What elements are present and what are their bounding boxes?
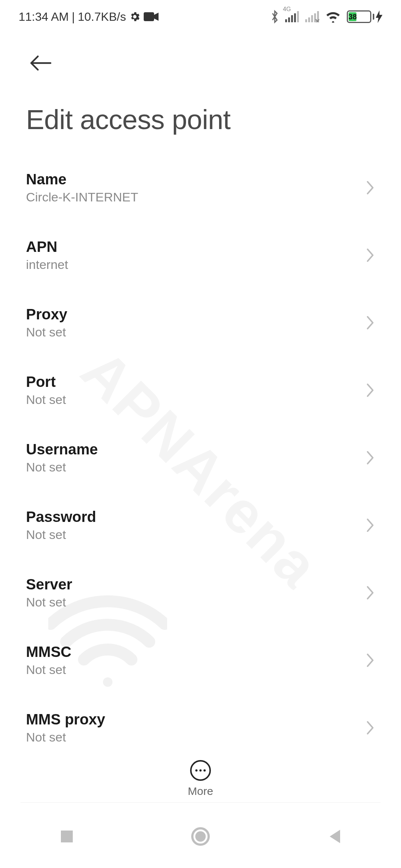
field-label: Username	[26, 441, 98, 458]
system-nav-bar	[0, 805, 401, 868]
nav-recent-button[interactable]	[54, 823, 80, 849]
chevron-right-icon	[365, 517, 375, 533]
field-row-apn[interactable]: APN internet	[26, 221, 375, 289]
nav-back-button[interactable]	[321, 823, 347, 849]
battery-indicator: 38	[347, 10, 382, 23]
more-label: More	[188, 785, 213, 798]
page-title: Edit access point	[26, 104, 375, 135]
triangle-left-icon	[327, 828, 342, 845]
svg-rect-5	[297, 11, 299, 22]
svg-rect-7	[308, 17, 310, 22]
field-label: Port	[26, 374, 66, 390]
back-button[interactable]	[26, 48, 56, 78]
field-row-username[interactable]: Username Not set	[26, 424, 375, 491]
signal-icon-sim2	[305, 11, 319, 22]
svg-rect-8	[311, 15, 313, 22]
signal-4g-label: 4G	[283, 6, 291, 13]
svg-point-14	[203, 769, 206, 772]
status-time: 11:34 AM	[19, 10, 69, 24]
nav-home-button[interactable]	[188, 823, 213, 849]
svg-rect-9	[314, 13, 316, 22]
gear-icon	[129, 11, 141, 23]
field-label: MMS proxy	[26, 711, 105, 728]
svg-rect-1	[285, 19, 287, 22]
field-row-port[interactable]: Port Not set	[26, 356, 375, 424]
more-icon	[190, 760, 211, 781]
field-label: Name	[26, 171, 138, 188]
chevron-right-icon	[365, 382, 375, 398]
field-label: Server	[26, 576, 72, 593]
bluetooth-icon	[270, 10, 279, 24]
svg-point-13	[199, 769, 202, 772]
svg-rect-2	[288, 17, 290, 22]
signal-icon-sim1: 4G	[285, 11, 299, 22]
field-label: Proxy	[26, 306, 67, 323]
field-value: internet	[26, 257, 68, 272]
square-icon	[59, 829, 74, 844]
chevron-right-icon	[365, 720, 375, 736]
field-label: Password	[26, 509, 96, 525]
chevron-right-icon	[365, 247, 375, 263]
circle-icon	[191, 827, 210, 846]
status-bar: 11:34 AM | 10.7KB/s 4G 38	[0, 0, 401, 33]
field-row-proxy[interactable]: Proxy Not set	[26, 289, 375, 356]
field-value: Not set	[26, 730, 105, 744]
status-separator: |	[72, 10, 75, 24]
watermark-wifi-icon	[48, 594, 167, 690]
status-net-speed: 10.7KB/s	[78, 10, 126, 24]
svg-rect-15	[61, 831, 73, 842]
field-row-name[interactable]: Name Circle-K-INTERNET	[26, 154, 375, 221]
chevron-right-icon	[365, 652, 375, 668]
arrow-left-icon	[29, 54, 53, 72]
chevron-right-icon	[365, 585, 375, 601]
svg-rect-0	[144, 12, 154, 21]
chevron-right-icon	[365, 450, 375, 466]
svg-point-12	[195, 769, 198, 772]
svg-rect-4	[294, 13, 296, 22]
field-value: Not set	[26, 460, 98, 474]
chevron-right-icon	[365, 180, 375, 196]
charging-icon	[376, 10, 382, 23]
chevron-right-icon	[365, 315, 375, 331]
wifi-icon	[325, 11, 341, 23]
field-row-password[interactable]: Password Not set	[26, 491, 375, 559]
video-camera-icon	[144, 11, 159, 22]
field-value: Not set	[26, 392, 66, 407]
field-value: Not set	[26, 325, 67, 339]
more-button[interactable]: More	[0, 749, 401, 798]
field-value: Circle-K-INTERNET	[26, 190, 138, 204]
field-label: APN	[26, 239, 68, 255]
field-value: Not set	[26, 527, 96, 542]
svg-point-17	[195, 831, 206, 842]
bottom-divider	[20, 802, 381, 803]
svg-rect-6	[305, 19, 307, 22]
svg-rect-3	[291, 15, 293, 22]
